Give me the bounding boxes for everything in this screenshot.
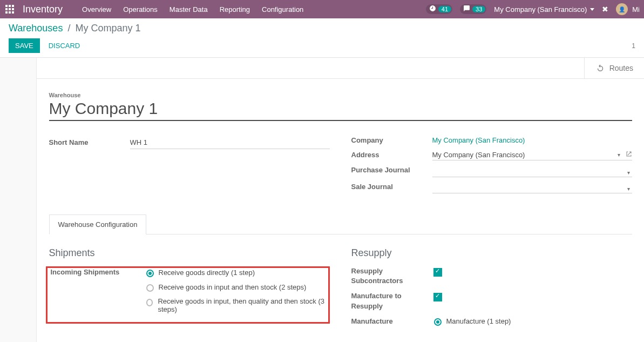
right-column: Company My Company (San Francisco) Addre… bbox=[351, 136, 632, 199]
breadcrumb: Warehouses / My Company 1 bbox=[9, 23, 635, 34]
app-brand[interactable]: Inventory bbox=[23, 4, 63, 15]
company-name: My Company (San Francisco) bbox=[494, 5, 587, 14]
purchase-journal-label: Purchase Journal bbox=[351, 166, 432, 174]
menu-reporting[interactable]: Reporting bbox=[220, 5, 250, 14]
incoming-radio-1[interactable] bbox=[146, 270, 154, 277]
resupply-section: Resupply Resupply Subcontractors Manufac… bbox=[351, 247, 632, 337]
user-short: Mi bbox=[632, 5, 640, 14]
messages-indicator[interactable]: 33 bbox=[460, 4, 486, 14]
company-switcher[interactable]: My Company (San Francisco) bbox=[494, 5, 594, 14]
manufacture-to-resupply-label: Manufacture to Resupply bbox=[351, 291, 418, 311]
incoming-shipments-label: Incoming Shipments bbox=[51, 268, 131, 319]
chevron-down-icon: ▾ bbox=[625, 170, 632, 176]
company-label: Company bbox=[351, 136, 432, 144]
short-name-input[interactable] bbox=[130, 136, 330, 149]
manufacture-option-1-label: Manufacture (1 step) bbox=[446, 317, 511, 325]
manufacture-label: Manufacture bbox=[351, 317, 418, 326]
incoming-option-1-label: Receive goods directly (1 step) bbox=[159, 269, 255, 277]
menu-configuration[interactable]: Configuration bbox=[262, 5, 303, 14]
purchase-journal-input[interactable]: ▾ bbox=[432, 169, 632, 177]
manufacture-radio-1[interactable] bbox=[434, 318, 442, 326]
control-panel: Warehouses / My Company 1 SAVE DISCARD 1 bbox=[0, 18, 644, 58]
view-body: Routes Warehouse Short Name bbox=[0, 58, 644, 342]
routes-label: Routes bbox=[609, 64, 633, 72]
messages-count: 33 bbox=[472, 6, 485, 12]
avatar[interactable]: 👤 bbox=[616, 3, 628, 15]
shipments-heading: Shipments bbox=[49, 247, 330, 259]
address-input[interactable]: My Company (San Francisco) ▾ bbox=[432, 150, 632, 160]
resupply-subcontractors-label: Resupply Subcontractors bbox=[351, 266, 418, 286]
routes-button[interactable]: Routes bbox=[584, 58, 644, 78]
shipments-section: Shipments Incoming Shipments Receive goo… bbox=[49, 247, 330, 337]
menu-master-data[interactable]: Master Data bbox=[170, 5, 208, 14]
button-box: Routes bbox=[37, 58, 644, 79]
external-link-icon[interactable] bbox=[626, 151, 632, 159]
manufacture-option-1[interactable]: Manufacture (1 step) bbox=[431, 317, 632, 326]
form-sheet: Warehouse Short Name Company M bbox=[49, 79, 632, 342]
manufacture-to-resupply-checkbox[interactable] bbox=[433, 293, 442, 301]
activity-count: 41 bbox=[438, 6, 451, 12]
warehouse-name-input[interactable] bbox=[49, 98, 632, 121]
chat-icon bbox=[463, 5, 470, 14]
address-label: Address bbox=[351, 151, 432, 159]
pager[interactable]: 1 bbox=[632, 42, 635, 50]
tab-warehouse-config[interactable]: Warehouse Configuration bbox=[49, 214, 147, 234]
incoming-option-1[interactable]: Receive goods directly (1 step) bbox=[144, 268, 325, 277]
incoming-option-2-label: Receive goods in input and then stock (2… bbox=[159, 283, 307, 291]
incoming-option-2[interactable]: Receive goods in input and then stock (2… bbox=[144, 283, 325, 292]
incoming-radio-2[interactable] bbox=[146, 284, 154, 292]
short-name-label: Short Name bbox=[49, 138, 130, 146]
apps-icon[interactable] bbox=[4, 4, 15, 15]
menu-overview[interactable]: Overview bbox=[82, 5, 111, 14]
chevron-down-icon: ▾ bbox=[615, 152, 622, 158]
chevron-down-icon bbox=[590, 8, 594, 11]
warehouse-label: Warehouse bbox=[49, 92, 632, 98]
left-column: Short Name bbox=[49, 136, 330, 199]
discard-button[interactable]: DISCARD bbox=[45, 41, 84, 50]
menu-operations[interactable]: Operations bbox=[123, 5, 158, 14]
resupply-subcontractors-checkbox[interactable] bbox=[433, 268, 442, 277]
chevron-down-icon: ▾ bbox=[625, 186, 632, 192]
tabs: Warehouse Configuration bbox=[49, 214, 632, 234]
save-button[interactable]: SAVE bbox=[9, 38, 40, 53]
debug-icon[interactable]: ✖ bbox=[602, 5, 608, 14]
resupply-heading: Resupply bbox=[351, 247, 632, 259]
sale-journal-label: Sale Journal bbox=[351, 183, 432, 191]
highlight-box: Incoming Shipments Receive goods directl… bbox=[46, 266, 330, 324]
breadcrumb-root[interactable]: Warehouses bbox=[9, 23, 63, 33]
incoming-option-3-label: Receive goods in input, then quality and… bbox=[158, 297, 324, 313]
main-menu: Overview Operations Master Data Reportin… bbox=[82, 5, 303, 14]
activity-indicator[interactable]: 41 bbox=[426, 4, 452, 14]
top-navbar: Inventory Overview Operations Master Dat… bbox=[0, 0, 644, 18]
sale-journal-input[interactable]: ▾ bbox=[432, 185, 632, 193]
left-gutter bbox=[0, 58, 37, 342]
incoming-option-3[interactable]: Receive goods in input, then quality and… bbox=[144, 297, 325, 313]
breadcrumb-current: My Company 1 bbox=[75, 23, 140, 33]
incoming-radio-3[interactable] bbox=[146, 299, 153, 306]
clock-icon bbox=[429, 5, 436, 14]
address-value: My Company (San Francisco) bbox=[432, 151, 525, 159]
refresh-icon bbox=[595, 63, 605, 73]
company-value[interactable]: My Company (San Francisco) bbox=[432, 136, 632, 144]
nav-right: 41 33 My Company (San Francisco) ✖ 👤 Mi bbox=[426, 3, 640, 15]
breadcrumb-sep: / bbox=[67, 23, 70, 33]
